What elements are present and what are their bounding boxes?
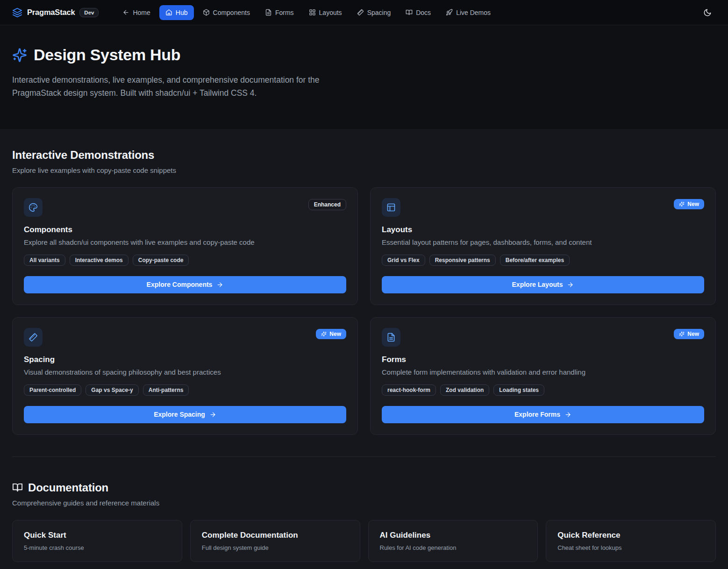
nav-item-label: Layouts [319, 9, 342, 16]
doc-card-description: Cheat sheet for lookups [557, 544, 704, 551]
card-description: Complete form implementations with valid… [382, 368, 704, 376]
layout-panel-icon [382, 198, 400, 217]
doc-card-title: AI Guidelines [380, 531, 527, 540]
page-subtitle: Interactive demonstrations, live example… [12, 73, 362, 100]
explore-spacing-button[interactable]: Explore Spacing [24, 406, 346, 423]
arrow-left-icon [122, 9, 129, 16]
card-title: Layouts [382, 225, 704, 235]
nav-item-label: Components [213, 9, 250, 16]
nav-item-live-demos[interactable]: Live Demos [440, 5, 497, 20]
docs-heading-text: Documentation [28, 481, 108, 494]
navbar: PragmaStack Dev Home Hub Components Form… [0, 0, 728, 25]
palette-icon [24, 198, 43, 217]
badge-label: Enhanced [314, 201, 341, 208]
page-title-text: Design System Hub [34, 46, 180, 64]
arrow-right-icon [564, 411, 571, 418]
file-text-icon [382, 328, 400, 347]
card-description: Explore all shadcn/ui components with li… [24, 238, 346, 246]
nav-item-spacing[interactable]: Spacing [351, 5, 397, 20]
demo-card-forms: New Forms Complete form implementations … [370, 317, 716, 435]
doc-card-ai-guidelines[interactable]: AI Guidelines Rules for AI code generati… [368, 520, 538, 562]
card-title: Spacing [24, 355, 346, 364]
doc-card-title: Complete Documentation [202, 531, 349, 540]
cta-label: Explore Layouts [512, 281, 563, 288]
docs-heading: Documentation [12, 481, 716, 494]
nav-item-docs[interactable]: Docs [400, 5, 437, 20]
cta-label: Explore Forms [514, 411, 560, 418]
tag: Parent-controlled [24, 384, 81, 396]
hero: Design System Hub Interactive demonstrat… [0, 25, 728, 129]
tag: Grid vs Flex [382, 255, 425, 266]
explore-layouts-button[interactable]: Explore Layouts [382, 276, 704, 293]
card-title: Forms [382, 355, 704, 364]
demos-heading-text: Interactive Demonstrations [12, 149, 154, 162]
ruler-icon [357, 9, 364, 16]
sparkles-icon [679, 201, 685, 207]
tag-list: react-hook-form Zod validation Loading s… [382, 384, 704, 396]
doc-card-quick-start[interactable]: Quick Start 5-minute crash course [12, 520, 182, 562]
doc-card-quick-reference[interactable]: Quick Reference Cheat sheet for lookups [546, 520, 716, 562]
sparkles-icon [679, 331, 685, 337]
nav-item-layouts[interactable]: Layouts [303, 5, 348, 20]
nav-item-forms[interactable]: Forms [259, 5, 300, 20]
section-divider [12, 456, 716, 457]
layout-panel-icon [386, 203, 396, 212]
doc-card-description: 5-minute crash course [24, 544, 171, 551]
nav-item-label: Forms [275, 9, 294, 16]
tag: Responsive patterns [429, 255, 496, 266]
new-badge: New [674, 329, 704, 339]
explore-forms-button[interactable]: Explore Forms [382, 406, 704, 423]
nav-item-label: Docs [416, 9, 431, 16]
main-nav: Home Hub Components Forms Layouts Spacin… [116, 5, 497, 20]
doc-card-title: Quick Reference [557, 531, 704, 540]
main-content: Interactive Demonstrations Explore live … [0, 129, 728, 569]
dev-badge: Dev [79, 8, 99, 17]
house-icon [165, 9, 172, 16]
badge-label: New [687, 201, 699, 207]
demo-card-components: Enhanced Components Explore all shadcn/u… [12, 187, 358, 305]
enhanced-badge: Enhanced [308, 199, 346, 210]
tag: Loading states [493, 384, 544, 396]
nav-item-label: Spacing [367, 9, 391, 16]
badge-label: New [687, 331, 699, 337]
doc-card-grid: Quick Start 5-minute crash course Comple… [12, 520, 716, 562]
demos-subheading: Explore live examples with copy-paste co… [12, 166, 716, 174]
palette-icon [29, 203, 38, 212]
demos-section: Interactive Demonstrations Explore live … [12, 149, 716, 435]
doc-card-title: Quick Start [24, 531, 171, 540]
demo-card-layouts: New Layouts Essential layout patterns fo… [370, 187, 716, 305]
arrow-right-icon [567, 281, 574, 288]
card-description: Essential layout patterns for pages, das… [382, 238, 704, 246]
tag: Copy-paste code [133, 255, 189, 266]
docs-subheading: Comprehensive guides and reference mater… [12, 499, 716, 507]
ruler-icon [24, 328, 43, 347]
tag-list: Parent-controlled Gap vs Space-y Anti-pa… [24, 384, 346, 396]
doc-card-complete-documentation[interactable]: Complete Documentation Full design syste… [190, 520, 360, 562]
arrow-right-icon [209, 411, 216, 418]
tag: Zod validation [440, 384, 489, 396]
nav-item-label: Live Demos [456, 9, 491, 16]
tag: All variants [24, 255, 65, 266]
nav-item-label: Home [133, 9, 150, 16]
file-text-icon [386, 333, 396, 342]
brand[interactable]: PragmaStack Dev [12, 7, 99, 18]
explore-components-button[interactable]: Explore Components [24, 276, 346, 293]
book-open-icon [406, 9, 413, 16]
arrow-right-icon [216, 281, 223, 288]
brand-name: PragmaStack [27, 8, 75, 17]
layout-grid-icon [309, 9, 316, 16]
file-text-icon [265, 9, 272, 16]
nav-item-home[interactable]: Home [116, 5, 156, 20]
nav-item-components[interactable]: Components [197, 5, 256, 20]
tag-list: All variants Interactive demos Copy-past… [24, 255, 346, 266]
theme-toggle-button[interactable] [699, 4, 716, 21]
cta-label: Explore Components [147, 281, 213, 288]
book-open-icon [12, 482, 23, 493]
tag: Gap vs Space-y [86, 384, 138, 396]
rocket-icon [446, 9, 453, 16]
tag: Anti-patterns [143, 384, 189, 396]
page-title: Design System Hub [12, 46, 716, 64]
ruler-icon [29, 333, 38, 342]
demos-heading: Interactive Demonstrations [12, 149, 716, 162]
nav-item-hub[interactable]: Hub [159, 5, 194, 20]
